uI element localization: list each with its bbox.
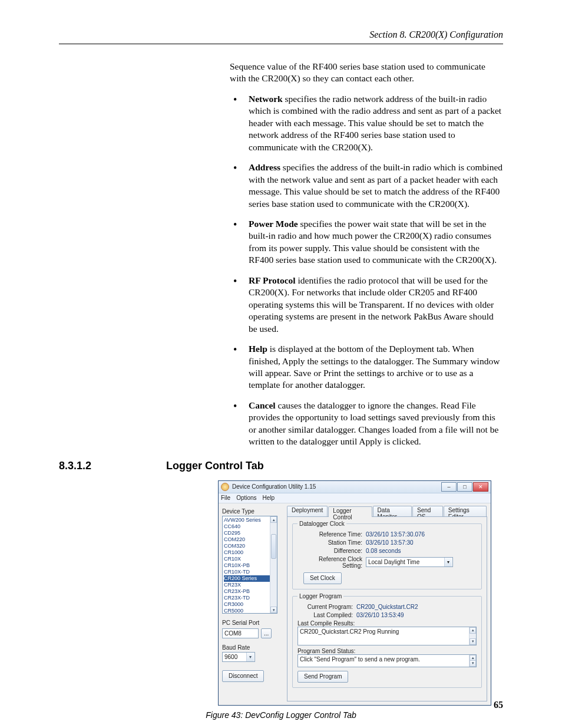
device-list-item[interactable]: CR1000 [224, 549, 276, 556]
scroll-thumb[interactable] [271, 534, 276, 559]
station-time-label: Station Time: [297, 539, 366, 546]
device-list-item[interactable]: CR23X-TD [224, 595, 276, 601]
scroll-down-icon[interactable]: ▾ [270, 607, 277, 613]
bullet-list: Network specifies the radio network addr… [230, 93, 503, 448]
tab-settings-editor[interactable]: Settings Editor [444, 506, 487, 516]
program-send-status-label: Program Send Status: [297, 648, 477, 654]
device-list-item[interactable]: CR5000 [224, 608, 276, 614]
body-column: Sequence value of the RF400 series base … [230, 61, 503, 448]
menu-bar: FileOptionsHelp [219, 493, 491, 503]
difference-label: Difference: [297, 548, 366, 554]
menu-file[interactable]: File [221, 495, 230, 501]
tab-deployment[interactable]: Deployment [287, 506, 328, 516]
datalogger-clock-group: Datalogger Clock Reference Time:03/26/10… [292, 521, 482, 589]
scroll-down-icon[interactable]: ▾ [470, 660, 476, 667]
baud-rate-label: Baud Rate [222, 644, 282, 651]
close-button[interactable]: ✕ [473, 482, 488, 492]
device-list-item[interactable]: CR3000 [224, 601, 276, 608]
difference-value: 0.08 seconds [366, 548, 477, 554]
reference-time-value: 03/26/10 13:57:30.076 [366, 531, 477, 538]
right-pane: DeploymentLogger ControlData MonitorSend… [285, 503, 491, 705]
tab-data-monitor[interactable]: Data Monitor [373, 506, 412, 516]
baud-rate-select[interactable]: 9600 [222, 652, 255, 662]
bullet-item: Help is displayed at the bottom of the D… [230, 343, 503, 391]
subsection-heading: 8.3.1.2Logger Control Tab [59, 460, 503, 472]
scroll-up-icon[interactable]: ▴ [270, 516, 277, 523]
tab-strip: DeploymentLogger ControlData MonitorSend… [287, 506, 487, 516]
tab-body: Datalogger Clock Reference Time:03/26/10… [287, 516, 487, 701]
last-compile-results-text[interactable]: CR200_Quickstart.CR2 Prog Running ▴ ▾ [297, 627, 477, 645]
last-compile-results-label: Last Compile Results: [297, 620, 477, 627]
device-list-item[interactable]: CR10X-TD [224, 569, 276, 575]
current-program-label: Current Program: [297, 604, 356, 610]
scrollbar[interactable]: ▴ ▾ [469, 627, 476, 645]
bullet-item: RF Protocol identifies the radio protoco… [230, 275, 503, 335]
device-list-item[interactable]: CD295 [224, 530, 276, 536]
maximize-button[interactable]: □ [457, 482, 472, 492]
bullet-term: Power Mode [249, 219, 298, 229]
device-list-item[interactable]: AVW200 Series [224, 517, 276, 523]
last-compiled-value: 03/26/10 13:53:49 [356, 612, 477, 618]
subsection-number: 8.3.1.2 [59, 460, 166, 472]
device-type-listbox[interactable]: AVW200 SeriesCC640CD295COM220COM320CR100… [222, 516, 277, 614]
program-legend: Logger Program [297, 593, 343, 599]
reference-time-label: Reference Time: [297, 531, 366, 538]
scrollbar[interactable]: ▴ ▾ [469, 655, 476, 667]
window-titlebar[interactable]: Device Configuration Utility 1.15 – □ ✕ [219, 481, 491, 493]
disconnect-button[interactable]: Disconnect [222, 670, 264, 682]
scroll-up-icon[interactable]: ▴ [470, 627, 476, 634]
tab-send-os[interactable]: Send OS [412, 506, 443, 516]
ref-clock-setting-select[interactable]: Local Daylight Time [366, 557, 453, 567]
bullet-item: Address specifies the address of the bui… [230, 162, 503, 210]
set-clock-button[interactable]: Set Clock [303, 572, 342, 584]
bullet-text: is displayed at the bottom of the Deploy… [249, 344, 500, 390]
last-compiled-label: Last Compiled: [297, 612, 356, 618]
program-send-status-value: Click "Send Program" to send a new progr… [300, 656, 420, 663]
bullet-item: Cancel causes the datalogger to ignore t… [230, 400, 503, 448]
tab-logger-control[interactable]: Logger Control [328, 506, 372, 517]
bullet-term: Help [249, 344, 267, 354]
device-list-item[interactable]: CC640 [224, 523, 276, 530]
bullet-text: specifies the radio network address of t… [249, 94, 501, 152]
bullet-item: Network specifies the radio network addr… [230, 93, 503, 153]
device-type-label: Device Type [222, 508, 282, 515]
left-pane: Device Type AVW200 SeriesCC640CD295COM22… [219, 503, 285, 705]
lead-paragraph: Sequence value of the RF400 series base … [230, 61, 503, 85]
bullet-text: causes the datalogger to ignore the chan… [249, 400, 498, 446]
page-number: 65 [494, 700, 503, 710]
bullet-term: Network [249, 94, 283, 104]
running-head: Section 8. CR200(X) Configuration [59, 29, 503, 44]
program-send-status-text[interactable]: Click "Send Program" to send a new progr… [297, 654, 477, 667]
subsection-title: Logger Control Tab [166, 460, 264, 472]
send-program-button[interactable]: Send Program [297, 671, 348, 683]
window-title: Device Configuration Utility 1.15 [232, 483, 316, 490]
bullet-term: Cancel [249, 400, 276, 410]
bullet-text: specifies the address of the built-in ra… [249, 162, 503, 208]
scrollbar[interactable]: ▴ ▾ [270, 516, 277, 613]
minimize-button[interactable]: – [441, 482, 457, 492]
bullet-item: Power Mode specifies the power wait stat… [230, 218, 503, 266]
compile-results-value: CR200_Quickstart.CR2 Prog Running [300, 628, 399, 635]
menu-help[interactable]: Help [263, 495, 275, 501]
bullet-term: RF Protocol [249, 275, 296, 285]
device-list-item[interactable]: COM320 [224, 543, 276, 549]
logger-program-group: Logger Program Current Program:CR200_Qui… [292, 593, 482, 688]
bullet-term: Address [249, 162, 280, 172]
device-list-item[interactable]: CR10X [224, 556, 276, 562]
device-list-item[interactable]: COM220 [224, 536, 276, 543]
current-program-value: CR200_Quickstart.CR2 [356, 604, 477, 610]
figure-caption: Figure 43: DevConfig Logger Control Tab [59, 710, 503, 720]
device-list-item[interactable]: CR200 Series [224, 575, 276, 582]
ref-clock-setting-label: Reference Clock Setting: [297, 556, 366, 569]
menu-options[interactable]: Options [236, 495, 256, 501]
device-list-item[interactable]: CR23X-PB [224, 588, 276, 595]
devconfig-window: Device Configuration Utility 1.15 – □ ✕ … [218, 480, 491, 706]
scroll-down-icon[interactable]: ▾ [470, 638, 476, 645]
serial-port-field[interactable]: COM8 [222, 628, 259, 638]
clock-legend: Datalogger Clock [297, 521, 346, 527]
serial-port-browse-button[interactable]: ... [261, 628, 272, 638]
station-time-value: 03/26/10 13:57:30 [366, 539, 477, 546]
app-icon [221, 483, 229, 491]
device-list-item[interactable]: CR23X [224, 582, 276, 588]
device-list-item[interactable]: CR10X-PB [224, 562, 276, 569]
